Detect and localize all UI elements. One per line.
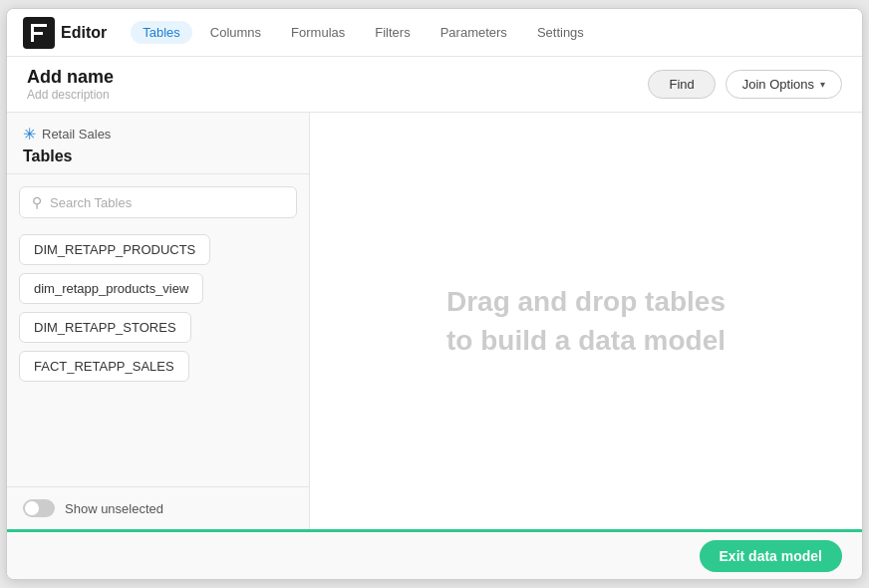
snowflake-icon: ✳ — [23, 125, 36, 144]
sidebar: ✳ Retail Sales Tables ⚲ DIM_RETAPP_PRODU… — [7, 113, 310, 529]
logo-text: Editor — [61, 24, 107, 42]
svg-rect-3 — [31, 32, 43, 35]
main-content: ✳ Retail Sales Tables ⚲ DIM_RETAPP_PRODU… — [7, 113, 862, 529]
join-options-label: Join Options — [742, 77, 814, 92]
table-item[interactable]: DIM_RETAPP_PRODUCTS — [19, 234, 210, 265]
header-left: Add name Add description — [27, 67, 114, 102]
tab-settings[interactable]: Settings — [525, 21, 596, 44]
exit-data-model-button[interactable]: Exit data model — [700, 540, 842, 572]
tab-parameters[interactable]: Parameters — [429, 21, 519, 44]
drop-line-1: Drag and drop tables — [446, 282, 725, 321]
sidebar-heading: Tables — [23, 147, 293, 165]
table-item[interactable]: dim_retapp_products_view — [19, 273, 203, 304]
svg-rect-2 — [31, 24, 47, 27]
tab-formulas[interactable]: Formulas — [279, 21, 357, 44]
logo: Editor — [23, 17, 107, 49]
source-label: ✳ Retail Sales — [23, 125, 293, 144]
tab-columns[interactable]: Columns — [198, 21, 273, 44]
table-list: DIM_RETAPP_PRODUCTS dim_retapp_products_… — [7, 226, 309, 486]
show-unselected-label: Show unselected — [65, 501, 163, 516]
drop-line-2: to build a data model — [446, 321, 725, 360]
show-unselected-toggle[interactable] — [23, 499, 55, 517]
page-description: Add description — [27, 88, 114, 102]
app-window: Editor Tables Columns Formulas Filters P… — [6, 8, 863, 580]
top-nav: Editor Tables Columns Formulas Filters P… — [7, 9, 862, 57]
join-options-button[interactable]: Join Options ▾ — [725, 70, 842, 99]
drop-text: Drag and drop tables to build a data mod… — [446, 282, 725, 360]
page-title: Add name — [27, 67, 114, 88]
nav-tabs: Tables Columns Formulas Filters Paramete… — [131, 21, 596, 44]
sidebar-header: ✳ Retail Sales Tables — [7, 113, 309, 174]
source-name: Retail Sales — [42, 127, 111, 142]
search-box: ⚲ — [19, 186, 297, 218]
search-input[interactable] — [50, 195, 284, 210]
search-icon: ⚲ — [32, 194, 42, 210]
header-bar: Add name Add description Find Join Optio… — [7, 57, 862, 113]
tab-tables[interactable]: Tables — [131, 21, 192, 44]
logo-icon — [23, 17, 55, 49]
search-container: ⚲ — [7, 174, 309, 226]
bottom-bar: Exit data model — [7, 529, 862, 579]
sidebar-footer: Show unselected — [7, 486, 309, 529]
chevron-down-icon: ▾ — [820, 79, 825, 90]
drop-zone: Drag and drop tables to build a data mod… — [310, 113, 862, 529]
header-right: Find Join Options ▾ — [648, 70, 842, 99]
tab-filters[interactable]: Filters — [363, 21, 422, 44]
table-item[interactable]: DIM_RETAPP_STORES — [19, 312, 191, 343]
table-item[interactable]: FACT_RETAPP_SALES — [19, 351, 189, 382]
find-button[interactable]: Find — [648, 70, 715, 99]
